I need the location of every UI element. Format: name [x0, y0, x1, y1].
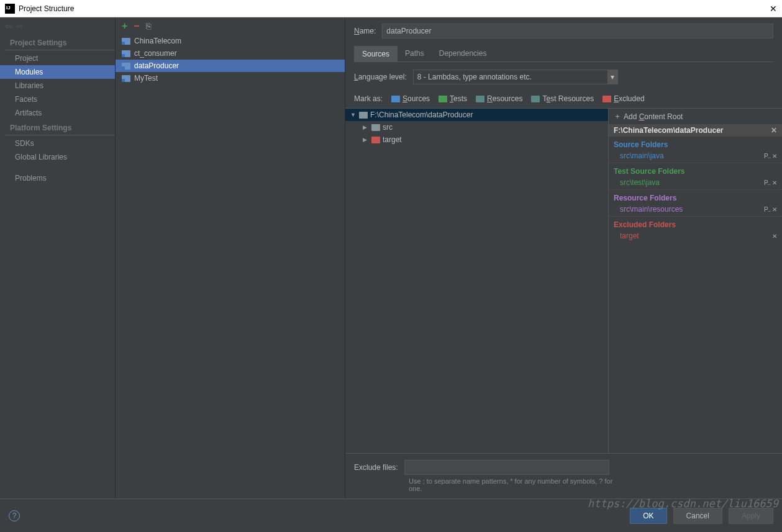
exclude-files-label: Exclude files: [354, 463, 398, 472]
modules-panel: + − ⎘ ChinaTelecom ct_consumer dataProdu… [116, 17, 345, 498]
tree-item-label: src [383, 123, 393, 132]
remove-icon[interactable]: ✕ [772, 179, 777, 186]
content-root-path: F:\ChinaTelecom\dataProducer [614, 126, 723, 135]
resource-folder-item[interactable]: src\main\resources P..✕ [609, 204, 782, 217]
edit-icon[interactable]: P.. [764, 179, 771, 186]
resource-folder-path: src\main\resources [620, 205, 683, 214]
remove-content-root-icon[interactable]: ✕ [771, 126, 777, 135]
mark-tests[interactable]: Tests [439, 94, 467, 103]
remove-icon[interactable]: ✕ [772, 206, 777, 213]
add-module-icon[interactable]: + [122, 20, 127, 32]
plus-icon: ＋ [614, 111, 621, 122]
name-label: Name: [354, 27, 376, 35]
test-folder-path: src\test\java [620, 178, 660, 187]
mark-sources[interactable]: Sources [391, 94, 430, 103]
edit-icon[interactable]: P.. [764, 206, 771, 213]
language-level-label: Language level: [354, 73, 407, 81]
tab-dependencies[interactable]: Dependencies [432, 46, 494, 61]
nav-back-icon[interactable]: ⇦ [5, 21, 12, 31]
language-level-value: 8 - Lambdas, type annotations etc. [417, 73, 532, 81]
content-panel: Name: Sources Paths Dependencies Languag… [345, 17, 782, 498]
nav-heading-project-settings: Project Settings [5, 36, 115, 50]
add-content-root[interactable]: ＋ Add Content Root [609, 109, 782, 124]
nav-item-project[interactable]: Project [0, 52, 115, 65]
nav-forward-icon[interactable]: ⇨ [16, 21, 24, 31]
exclude-files-hint: Use ; to separate name patterns, * for a… [409, 477, 614, 492]
folder-icon [476, 96, 484, 102]
cancel-button[interactable]: Cancel [673, 508, 722, 524]
folder-icon [359, 112, 368, 119]
module-icon [122, 38, 130, 45]
left-nav: ⇦ ⇨ Project Settings Project Modules Lib… [0, 17, 116, 498]
mark-excluded[interactable]: Excluded [602, 94, 644, 103]
help-icon[interactable]: ? [9, 510, 20, 521]
footer: ? OK Cancel Apply [0, 498, 782, 532]
tab-paths[interactable]: Paths [398, 46, 432, 61]
caret-right-icon[interactable]: ▶ [363, 137, 369, 143]
module-icon [122, 75, 130, 82]
folder-icon [391, 96, 400, 102]
source-folder-item[interactable]: src\main\java P..✕ [609, 150, 782, 163]
nav-heading-platform-settings: Platform Settings [5, 121, 115, 135]
module-label: ct_consumer [134, 49, 177, 58]
apply-button[interactable]: Apply [729, 508, 773, 524]
module-row[interactable]: ChinaTelecom [116, 35, 345, 47]
folder-icon [531, 96, 540, 102]
module-icon [122, 50, 130, 57]
remove-module-icon[interactable]: − [134, 20, 139, 32]
test-folder-item[interactable]: src\test\java P..✕ [609, 177, 782, 190]
excluded-folder-path: target [620, 232, 639, 240]
copy-module-icon[interactable]: ⎘ [146, 21, 151, 31]
folder-icon [371, 124, 380, 131]
module-label: MyTest [134, 74, 158, 83]
excluded-folder-item[interactable]: target ✕ [609, 230, 782, 243]
caret-down-icon[interactable]: ▼ [350, 112, 357, 118]
module-icon [122, 63, 130, 70]
section-excluded-folders: Excluded Folders [609, 217, 782, 230]
source-tree: ▼ F:\ChinaTelecom\dataProducer ▶ src ▶ t… [345, 109, 608, 453]
content-root-header: F:\ChinaTelecom\dataProducer ✕ [609, 124, 782, 137]
chevron-down-icon: ▾ [607, 70, 617, 84]
nav-item-libraries[interactable]: Libraries [0, 79, 115, 92]
folder-icon [602, 96, 611, 102]
section-test-source-folders: Test Source Folders [609, 163, 782, 177]
mark-resources[interactable]: Resources [476, 94, 522, 103]
language-level-select[interactable]: 8 - Lambdas, type annotations etc. ▾ [413, 70, 618, 84]
content-roots-sidebar: ＋ Add Content Root F:\ChinaTelecom\dataP… [608, 109, 782, 453]
module-row[interactable]: MyTest [116, 72, 345, 84]
folder-icon [439, 96, 447, 102]
tab-sources[interactable]: Sources [354, 46, 398, 61]
nav-item-problems[interactable]: Problems [0, 171, 115, 185]
name-input[interactable] [382, 24, 773, 38]
remove-icon[interactable]: ✕ [772, 233, 777, 240]
nav-item-sdks[interactable]: SDKs [0, 137, 115, 150]
module-row[interactable]: ct_consumer [116, 47, 345, 60]
edit-icon[interactable]: P.. [764, 153, 771, 160]
section-resource-folders: Resource Folders [609, 190, 782, 204]
source-folder-path: src\main\java [620, 151, 664, 160]
app-icon [5, 4, 15, 14]
ok-button[interactable]: OK [630, 508, 666, 524]
section-source-folders: Source Folders [609, 137, 782, 150]
tree-item[interactable]: ▶ src [345, 121, 608, 133]
mark-test-resources[interactable]: Test Resources [531, 94, 594, 103]
module-label: ChinaTelecom [134, 37, 181, 45]
remove-icon[interactable]: ✕ [772, 153, 777, 160]
caret-right-icon[interactable]: ▶ [363, 124, 369, 130]
mark-as-label: Mark as: [354, 94, 383, 103]
module-row[interactable]: dataProducer [116, 60, 345, 72]
nav-item-artifacts[interactable]: Artifacts [0, 106, 115, 120]
nav-item-modules[interactable]: Modules [0, 65, 115, 79]
tree-item[interactable]: ▶ target [345, 133, 608, 146]
tree-item-label: target [383, 135, 402, 144]
folder-icon [371, 137, 380, 143]
tree-root-label: F:\ChinaTelecom\dataProducer [370, 110, 473, 119]
window-title: Project Structure [19, 4, 74, 13]
titlebar: Project Structure ✕ [0, 0, 782, 17]
exclude-files-input[interactable] [404, 460, 609, 475]
tabs: Sources Paths Dependencies [354, 46, 773, 62]
tree-root[interactable]: ▼ F:\ChinaTelecom\dataProducer [345, 109, 608, 121]
nav-item-global-libraries[interactable]: Global Libraries [0, 150, 115, 164]
nav-item-facets[interactable]: Facets [0, 92, 115, 106]
close-icon[interactable]: ✕ [770, 4, 777, 14]
